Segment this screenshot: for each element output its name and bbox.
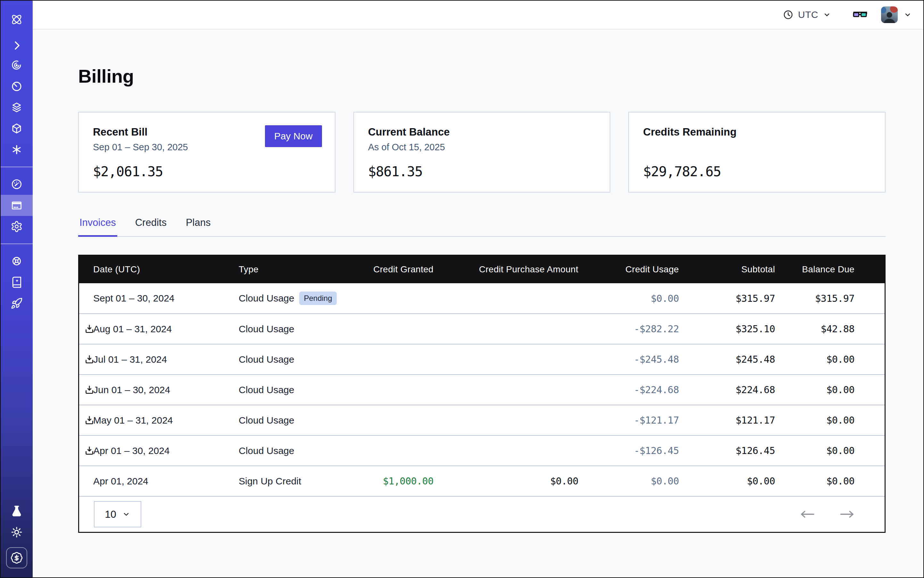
topbar: UTC xyxy=(32,1,923,29)
invoices-table: Date (UTC)TypeCredit GrantedCredit Purch… xyxy=(79,256,885,497)
subtotal-cell: $0.00 xyxy=(679,466,775,496)
timezone-selector[interactable]: UTC xyxy=(783,9,831,20)
download-icon xyxy=(84,415,94,425)
app-logo-icon[interactable] xyxy=(1,8,32,31)
credit-usage-cell: -$245.48 xyxy=(578,344,679,375)
sidebar-item-flask-icon[interactable] xyxy=(1,500,32,521)
chevron-down-icon xyxy=(903,11,912,19)
credit-purchase-cell: $0.00 xyxy=(434,466,578,496)
invoice-date: Jun 01 – 30, 2024 xyxy=(93,385,170,395)
3d-glasses-icon[interactable] xyxy=(852,9,867,20)
sidebar-item-support-wheel-icon[interactable] xyxy=(1,250,32,272)
download-invoice-button[interactable] xyxy=(84,384,95,396)
download-invoice-button[interactable] xyxy=(84,415,95,426)
sidebar-item-docs-book-icon[interactable] xyxy=(1,272,32,293)
credit-purchase-cell xyxy=(434,435,578,466)
credit-purchase-cell xyxy=(434,375,578,405)
next-page-button[interactable] xyxy=(838,508,856,521)
credits-dollar-badge-button[interactable] xyxy=(6,547,27,568)
column-header: Type xyxy=(239,256,351,283)
sidebar-item-timer-icon[interactable] xyxy=(1,76,32,97)
credit-granted-cell xyxy=(351,375,434,405)
invoice-type: Sign Up Credit xyxy=(239,476,301,486)
previous-page-button[interactable] xyxy=(798,508,817,521)
invoice-row: Aug 01 – 31, 2024Cloud Usage-$282.22$325… xyxy=(79,314,885,344)
invoice-date: Apr 01, 2024 xyxy=(93,476,148,486)
theme-toggle-sun-icon[interactable] xyxy=(1,521,32,543)
download-icon xyxy=(84,354,94,365)
download-invoice-button[interactable] xyxy=(84,445,95,456)
credit-usage-cell: -$121.17 xyxy=(578,405,679,435)
credit-granted-cell xyxy=(351,405,434,435)
column-header: Credit Granted xyxy=(351,256,434,283)
invoice-type: Cloud Usage xyxy=(239,385,294,395)
chevron-down-icon xyxy=(122,510,130,518)
pending-badge: Pending xyxy=(299,292,336,305)
credit-usage-cell: -$224.68 xyxy=(578,375,679,405)
credit-usage-cell: $0.00 xyxy=(578,466,679,496)
invoice-date: Aug 01 – 31, 2024 xyxy=(93,324,172,334)
invoice-type-cell: Sign Up Credit xyxy=(239,466,351,496)
invoice-type: Cloud Usage xyxy=(239,445,294,456)
main-area: UTC Billing Recent Bill Sep 01 – Sep 30,… xyxy=(32,1,923,577)
user-avatar xyxy=(881,6,898,23)
page-size-select[interactable]: 10 xyxy=(94,501,141,528)
sidebar-item-gauge-icon[interactable] xyxy=(1,174,32,195)
card-subtitle: As of Oct 15, 2025 xyxy=(368,142,596,153)
invoice-type: Cloud Usage xyxy=(239,293,294,304)
invoice-row: Apr 01 – 30, 2024Cloud Usage-$126.45$126… xyxy=(79,435,885,466)
invoice-row: Jul 01 – 31, 2024Cloud Usage-$245.48$245… xyxy=(79,344,885,375)
download-icon xyxy=(84,385,94,395)
credit-usage-cell: -$282.22 xyxy=(578,314,679,344)
card-title: Credits Remaining xyxy=(643,126,871,138)
credits-remaining-amount: $29,782.65 xyxy=(643,164,871,179)
table-header: Date (UTC)TypeCredit GrantedCredit Purch… xyxy=(79,256,885,283)
sidebar-item-settings-gear-icon[interactable] xyxy=(1,216,32,237)
invoice-date: Apr 01 – 30, 2024 xyxy=(93,445,170,456)
invoice-date-cell: Jul 01 – 31, 2024 xyxy=(79,344,239,375)
sidebar-expand-chevron-icon[interactable] xyxy=(1,37,32,54)
tab-credits[interactable]: Credits xyxy=(134,217,168,237)
balance-due-cell: $0.00 xyxy=(775,375,885,405)
subtotal-cell: $121.17 xyxy=(679,405,775,435)
download-invoice-button[interactable] xyxy=(84,323,95,335)
credit-usage-cell: -$126.45 xyxy=(578,435,679,466)
app-window: UTC Billing Recent Bill Sep 01 – Sep 30,… xyxy=(0,0,924,578)
invoice-type-cell: Cloud Usage xyxy=(239,435,351,466)
invoice-date-cell: Apr 01 – 30, 2024 xyxy=(79,435,239,466)
invoice-type: Cloud Usage xyxy=(239,324,294,334)
sidebar-divider xyxy=(1,244,32,244)
sidebar-item-rocket-icon[interactable] xyxy=(1,293,32,314)
credit-granted-cell xyxy=(351,435,434,466)
download-invoice-button[interactable] xyxy=(84,354,95,365)
tab-invoices[interactable]: Invoices xyxy=(78,217,117,237)
sidebar-item-cube-icon[interactable] xyxy=(1,118,32,139)
timezone-label: UTC xyxy=(798,9,818,20)
credit-granted-cell xyxy=(351,344,434,375)
invoice-type-cell: Cloud Usage xyxy=(239,405,351,435)
tab-plans[interactable]: Plans xyxy=(185,217,212,237)
user-menu[interactable] xyxy=(881,6,912,23)
arrow-left-icon xyxy=(800,510,815,519)
column-header: Date (UTC) xyxy=(79,256,239,283)
invoice-type: Cloud Usage xyxy=(239,354,294,365)
credits-remaining-card: Credits Remaining $29,782.65 xyxy=(628,112,885,193)
credit-purchase-cell xyxy=(434,283,578,314)
pay-now-button[interactable]: Pay Now xyxy=(265,125,322,147)
sidebar-item-storm-icon[interactable] xyxy=(1,54,32,76)
recent-bill-amount: $2,061.35 xyxy=(93,164,321,179)
sidebar-item-billing-card-icon[interactable] xyxy=(1,195,32,216)
download-icon xyxy=(84,324,94,334)
current-balance-amount: $861.35 xyxy=(368,164,596,179)
invoice-date: May 01 – 31, 2024 xyxy=(93,415,173,425)
credit-granted-cell xyxy=(351,314,434,344)
column-header: Credit Purchase Amount xyxy=(434,256,578,283)
invoice-type-cell: Cloud Usage xyxy=(239,375,351,405)
credit-granted-cell: $1,000.00 xyxy=(351,466,434,496)
invoice-date-cell: Sept 01 – 30, 2024 xyxy=(79,283,239,314)
card-subtitle xyxy=(643,142,871,153)
page-size-value: 10 xyxy=(105,508,116,520)
sidebar-item-layers-icon[interactable] xyxy=(1,97,32,118)
invoice-date-cell: Aug 01 – 31, 2024 xyxy=(79,314,239,344)
sidebar-item-asterisk-icon[interactable] xyxy=(1,139,32,160)
